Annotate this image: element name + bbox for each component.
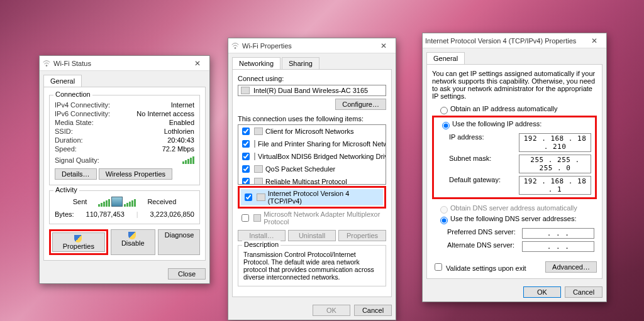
list-item[interactable]: Client for Microsoft Networks bbox=[238, 125, 386, 138]
dialog-title: Internet Protocol Version 4 (TCP/IPv4) P… bbox=[425, 37, 585, 45]
shield-icon bbox=[74, 235, 82, 242]
wifi-properties-dialog: Wi-Fi Properties ✕ Networking Sharing Co… bbox=[228, 38, 396, 320]
dns-manual-radio[interactable] bbox=[440, 217, 448, 224]
validate-checkbox[interactable] bbox=[435, 263, 442, 271]
details-button[interactable]: Details… bbox=[55, 168, 97, 180]
install-button[interactable]: Install… bbox=[238, 230, 286, 241]
gateway-input[interactable]: 192 . 168 . 18 . 1 bbox=[519, 176, 591, 195]
close-icon[interactable]: ✕ bbox=[188, 59, 207, 68]
tab-networking[interactable]: Networking bbox=[232, 57, 280, 69]
close-button[interactable]: Close bbox=[168, 268, 206, 280]
component-icon bbox=[254, 140, 255, 148]
shield-icon bbox=[128, 232, 136, 239]
activity-group: Activity Sent Received Bytes:110,787,453… bbox=[49, 190, 200, 224]
dialog-title: Wi-Fi Status bbox=[53, 60, 188, 67]
ip-address-input[interactable]: 192 . 168 . 18 . 210 bbox=[519, 133, 591, 152]
list-item[interactable]: QoS Packet Scheduler bbox=[238, 163, 386, 175]
titlebar[interactable]: Internet Protocol Version 4 (TCP/IPv4) P… bbox=[423, 33, 606, 48]
dns-auto-radio bbox=[440, 206, 448, 214]
ipv4-properties-dialog: Internet Protocol Version 4 (TCP/IPv4) P… bbox=[422, 33, 607, 302]
list-item-ipv4[interactable]: Internet Protocol Version 4 (TCP/IPv4) bbox=[241, 189, 383, 205]
connect-using-label: Connect using: bbox=[238, 75, 386, 82]
list-item[interactable]: VirtualBox NDIS6 Bridged Networking Driv… bbox=[238, 150, 386, 163]
list-item[interactable]: Reliable Multicast Protocol bbox=[238, 175, 386, 185]
connection-legend: Connection bbox=[53, 90, 92, 98]
component-properties-button[interactable]: Properties bbox=[338, 230, 386, 241]
dialog-title: Wi-Fi Properties bbox=[242, 42, 374, 50]
uninstall-button[interactable]: Uninstall bbox=[288, 230, 336, 241]
wifi-icon bbox=[42, 59, 51, 68]
component-icon bbox=[253, 214, 261, 222]
wifi-icon bbox=[231, 41, 240, 50]
disable-button[interactable]: Disable bbox=[111, 229, 155, 255]
advanced-button[interactable]: Advanced… bbox=[545, 261, 597, 273]
component-icon bbox=[254, 165, 263, 173]
component-icon bbox=[257, 193, 265, 201]
svg-point-0 bbox=[46, 65, 48, 67]
components-list[interactable]: Client for Microsoft Networks File and P… bbox=[238, 124, 386, 185]
list-item[interactable]: Microsoft Network Adapter Multiplexor Pr… bbox=[238, 210, 386, 226]
description-group: Description Transmission Control Protoco… bbox=[238, 245, 386, 286]
titlebar[interactable]: Wi-Fi Properties ✕ bbox=[228, 38, 396, 53]
adapter-icon bbox=[241, 87, 250, 94]
ip-manual-radio[interactable] bbox=[442, 122, 450, 129]
bytes-received: 3,223,026,850 bbox=[150, 210, 194, 218]
tab-general[interactable]: General bbox=[43, 75, 82, 87]
bytes-sent: 110,787,453 bbox=[86, 210, 125, 218]
alternate-dns-input[interactable]: . . . bbox=[522, 241, 594, 252]
diagnose-button[interactable]: Diagnose bbox=[158, 229, 200, 255]
activity-legend: Activity bbox=[53, 186, 79, 193]
cancel-button[interactable]: Cancel bbox=[354, 305, 392, 316]
signal-bars-icon bbox=[182, 156, 194, 164]
close-icon[interactable]: ✕ bbox=[585, 36, 604, 45]
tab-general[interactable]: General bbox=[426, 52, 465, 64]
tab-sharing[interactable]: Sharing bbox=[282, 57, 319, 69]
component-icon bbox=[254, 178, 263, 185]
ip-auto-radio[interactable] bbox=[440, 107, 448, 114]
list-item[interactable]: File and Printer Sharing for Microsoft N… bbox=[238, 138, 386, 150]
description-text: Transmission Control Protocol/Internet P… bbox=[243, 251, 380, 281]
intro-text: You can get IP settings assigned automat… bbox=[432, 70, 597, 100]
adapter-combo[interactable]: Intel(R) Dual Band Wireless-AC 3165 bbox=[238, 85, 386, 96]
titlebar[interactable]: Wi-Fi Status ✕ bbox=[40, 56, 209, 71]
uses-label: This connection uses the following items… bbox=[238, 115, 386, 122]
cancel-button[interactable]: Cancel bbox=[565, 286, 602, 298]
ok-button[interactable]: OK bbox=[523, 286, 561, 298]
close-icon[interactable]: ✕ bbox=[374, 41, 393, 50]
component-icon bbox=[254, 128, 263, 135]
activity-icon bbox=[98, 197, 136, 207]
preferred-dns-input[interactable]: . . . bbox=[522, 228, 594, 239]
ok-button[interactable]: OK bbox=[313, 305, 350, 316]
description-legend: Description bbox=[242, 241, 280, 248]
subnet-mask-input[interactable]: 255 . 255 . 255 . 0 bbox=[519, 155, 591, 173]
component-icon bbox=[254, 153, 255, 160]
connection-group: Connection IPv4 Connectivity:Internet IP… bbox=[49, 95, 200, 185]
wireless-properties-button[interactable]: Wireless Properties bbox=[99, 168, 172, 180]
wifi-status-dialog: Wi-Fi Status ✕ General Connection IPv4 C… bbox=[39, 55, 210, 284]
properties-button[interactable]: Properties bbox=[52, 232, 105, 252]
configure-button[interactable]: Configure… bbox=[335, 99, 386, 110]
svg-point-1 bbox=[235, 47, 236, 49]
